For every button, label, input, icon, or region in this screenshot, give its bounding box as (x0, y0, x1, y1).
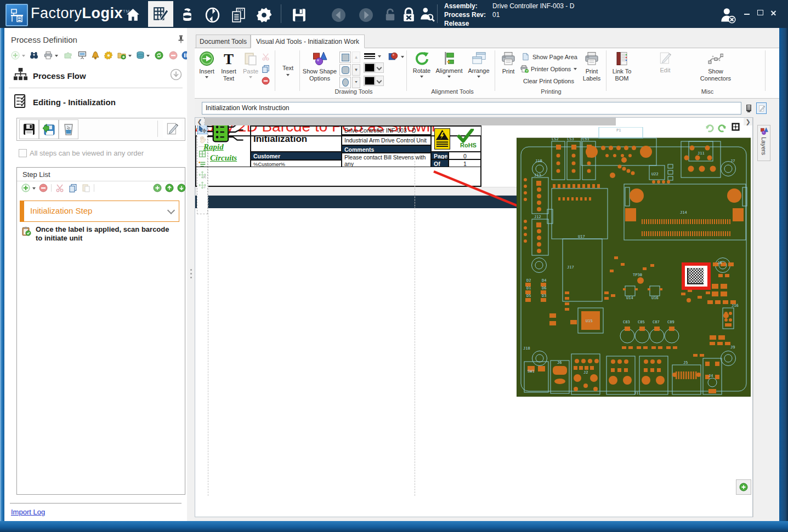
svg-text:U22: U22 (651, 172, 659, 176)
scroll-right-icon[interactable]: ❯ (744, 118, 752, 125)
add-icon[interactable] (11, 51, 20, 62)
production-button[interactable] (178, 5, 196, 24)
lock-release-button[interactable] (399, 5, 418, 24)
edit-title-button[interactable] (756, 102, 767, 114)
report-print-icon[interactable] (744, 102, 754, 114)
work-instruction-title-input[interactable] (202, 102, 741, 115)
shape-rounded-button[interactable] (339, 64, 351, 76)
refresh-icon[interactable] (155, 51, 163, 62)
print-icon[interactable] (44, 51, 53, 62)
back-button[interactable] (329, 5, 348, 24)
show-shape-options-button[interactable]: Show ShapeOptions (302, 51, 337, 82)
insert-text-button[interactable]: TInsertText (218, 51, 240, 82)
save-step-button[interactable] (19, 119, 39, 139)
collapse-down-icon[interactable] (170, 68, 182, 83)
edit-step-button[interactable] (163, 119, 182, 138)
print-labels-button[interactable]: PrintLabels (580, 51, 604, 82)
gallery-down-button[interactable]: ▼ (352, 64, 360, 76)
pin-icon[interactable] (177, 35, 185, 45)
svg-text:T: T (224, 51, 234, 66)
layers-tab[interactable]: Layers (757, 125, 770, 161)
rotate-button[interactable]: Rotate (410, 51, 434, 78)
database-icon[interactable] (136, 51, 145, 62)
any-order-checkbox[interactable] (19, 149, 27, 157)
tab-visual-aid-tools[interactable]: Visual Aid Tools - Initialization Work (251, 35, 365, 48)
cut-icon[interactable] (262, 53, 270, 63)
insert-button[interactable]: Insert (197, 51, 217, 78)
text-dropdown-button[interactable]: Text (277, 65, 299, 76)
scrollbar-thumb[interactable] (205, 118, 616, 125)
add-step-dropdown-icon[interactable] (32, 187, 36, 190)
fill-color-picker[interactable] (364, 76, 384, 86)
gallery-up-button[interactable]: ▲ (352, 52, 360, 63)
alignment-button[interactable]: Alignment (435, 51, 463, 78)
process-definition-nav-button[interactable] (148, 1, 173, 27)
unlock-icon[interactable] (381, 5, 399, 24)
projector-icon[interactable] (78, 51, 87, 62)
remove-step-icon[interactable] (39, 184, 48, 195)
copy-icon[interactable] (262, 65, 270, 75)
shape-ellipse-button[interactable] (339, 77, 351, 88)
documents-button[interactable] (229, 5, 248, 24)
bell-icon[interactable] (91, 51, 100, 62)
print-dropdown-icon[interactable] (55, 55, 58, 57)
paste-icon[interactable] (82, 184, 90, 195)
delete-shape-icon[interactable] (262, 77, 270, 87)
step-item-initialization[interactable]: Initialization Step (20, 201, 179, 222)
show-connectors-button[interactable]: ShowConnectors (694, 51, 738, 82)
panel-splitter[interactable] (187, 28, 195, 521)
visual-aid-canvas[interactable]: Apply 2D Barcde to PCB as Shown (195, 117, 753, 517)
close-button[interactable] (768, 8, 779, 17)
forward-button[interactable] (356, 5, 375, 24)
tab-document-tools[interactable]: Document Tools (196, 35, 251, 48)
toolbar-divider (94, 184, 94, 192)
arrange-button[interactable]: Arrange (464, 51, 493, 78)
search-binoculars-icon[interactable] (30, 51, 38, 62)
link-to-bom-button[interactable]: Link ToBOM (609, 51, 634, 82)
add-step-icon[interactable] (21, 184, 30, 195)
minimize-button[interactable] (741, 10, 752, 19)
move-up-icon[interactable] (165, 184, 174, 195)
move-anchor-tool-icon[interactable] (197, 180, 207, 190)
settings-gear-button[interactable] (254, 5, 273, 24)
insert-step-icon[interactable] (153, 184, 162, 195)
sync-button[interactable] (203, 5, 222, 24)
discard-button[interactable] (59, 119, 78, 139)
gear-star-icon[interactable] (104, 51, 113, 62)
print-button[interactable]: Print (497, 51, 519, 75)
remove-icon[interactable] (169, 51, 178, 62)
save-button[interactable] (290, 5, 308, 24)
scroll-left-icon[interactable]: ❮ (195, 118, 204, 125)
export-dropdown-icon[interactable] (128, 55, 132, 57)
logout-user-button[interactable] (718, 6, 737, 25)
edit-button[interactable]: Edit (654, 51, 676, 74)
puzzle-icon[interactable] (64, 51, 72, 62)
clear-print-options-button[interactable]: Clear Print Options (523, 78, 574, 84)
gallery-more-button[interactable]: ⯆ (352, 77, 360, 88)
move-down-icon[interactable] (177, 184, 186, 195)
paste-button[interactable]: Paste (241, 51, 260, 78)
shape-rectangle-button[interactable] (339, 52, 351, 63)
cut-icon[interactable] (55, 184, 64, 195)
move-cancel-tool-icon[interactable] (197, 169, 207, 180)
import-log-link[interactable]: Import Log (11, 508, 45, 516)
vertical-scrollbar[interactable] (753, 117, 753, 517)
line-color-picker[interactable] (364, 62, 384, 73)
add-annotation-button[interactable] (736, 479, 751, 495)
step-expand-chevron-icon[interactable] (167, 207, 175, 214)
add-dropdown-icon[interactable] (22, 55, 25, 57)
copy-icon[interactable] (69, 184, 77, 195)
work-instruction-label[interactable]: Rapid Circuits Operation Initialization … (195, 135, 481, 187)
process-flow-header[interactable]: Process Flow (33, 71, 86, 81)
printer-options-button[interactable]: Printer Options (520, 65, 577, 73)
pcb-image[interactable]: P1LS2LS3LS1J10J11J7J13J12U22J14U17J17TP3… (517, 127, 751, 397)
shape-effects-button[interactable] (388, 52, 404, 62)
database-dropdown-icon[interactable] (146, 55, 150, 57)
show-page-area-button[interactable]: Show Page Area (521, 53, 577, 61)
home-button[interactable] (123, 5, 142, 24)
maximize-button[interactable] (755, 8, 766, 17)
audit-search-button[interactable] (418, 5, 436, 24)
export-folder-icon[interactable] (117, 51, 126, 62)
save-import-button[interactable] (39, 119, 59, 139)
line-style-button[interactable] (364, 53, 381, 60)
